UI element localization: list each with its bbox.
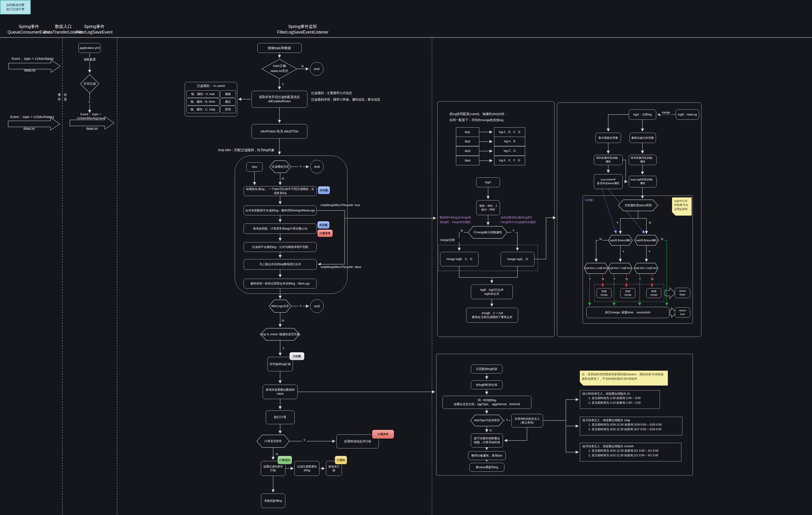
have-missing-node: 现有：fild1、2 缺少：fild3: [476, 200, 500, 215]
connector-layer: [0, 0, 812, 515]
has-latest-right-no-label: N: [660, 237, 664, 241]
only-merge-no-label: N: [460, 229, 464, 233]
end-node: end: [310, 62, 323, 76]
lane4-title: Spring事件监听: [284, 24, 321, 29]
unmatched-badge: 未匹配: [318, 186, 330, 194]
month-rounding-item2: 2. 若当前时间为 3/15 11:30 则查询 2/1 0:00 ~ 3/1 …: [582, 453, 679, 458]
topic-ok-decision-line2: dataList非空: [263, 68, 296, 73]
merge-group-title-line2: 在同一配置下，寻找待merge的其他log: [450, 118, 533, 122]
proto-to-dto-node: tskvProtos 转为 tskvDTOs: [252, 124, 308, 139]
hour-rounding-box: 按小时四舍五入，假设聚合间隔为 1h 1. 若当前时间为 2:30 则查询 2:…: [580, 390, 660, 409]
same-time-line1: 同一时间的log: [477, 398, 496, 402]
field-cell: fild3: [456, 146, 479, 156]
field-cell: fild4: [456, 156, 479, 165]
return-false-node: return false: [675, 288, 690, 298]
db-merge-note-line1: 数据库中的log去merge其: [440, 216, 477, 220]
between-note-line1: 注：底层按时间范围查询使用的是between，因此结束: [582, 373, 651, 376]
event-latest-label: Event： topic = v1/tskv/latest: [2, 56, 63, 61]
get-enabled-rules-node: 获取所有开启过滤的配置信息 allEnabledRules: [252, 91, 308, 108]
time-eq-yes-label: Y: [612, 277, 616, 281]
mark-complete-node: 对完备的log打标: [267, 357, 293, 371]
topic-ok-decision-line1: topic正确: [263, 63, 296, 68]
rule-cache-row-key: 物、属性：C, 1day: [186, 106, 220, 113]
time-eq-decision: logA.time = logB.time: [608, 266, 633, 270]
merge-group-title-line1: 把log按照配置(ruleId)、物属性(fild)分组；: [450, 112, 533, 116]
month-rounding-title: 按月四舍五入，假设聚合间隔为 1month: [582, 444, 679, 449]
field-logs-cell: log C、D: [494, 146, 525, 156]
event-history-payload: dataList: [10, 126, 48, 131]
group-by-time-node: 按log的时间分组: [471, 381, 502, 389]
same-time-line2: 按聚合信息分组：aggType、 aggInterval、timeUnit: [454, 402, 520, 406]
calc-error-yes-label: Y: [302, 438, 307, 442]
diagram-canvas: 实时数据消费 执行过滤引擎 Spring事件 QueueConsumerEven…: [0, 0, 812, 515]
batch-merge-note-line2: merge时只merge缺失的属性: [501, 220, 543, 224]
attrs-from-vars-node: 得到变量对应的物、属性: [629, 155, 657, 165]
execute-calc-node: 执行计算: [266, 411, 295, 424]
a-has-latest-decision: logA存在latest属性: [608, 238, 633, 242]
set-null-line1: 令logB、C = null: [481, 311, 503, 315]
title-badge-line1: 实时数据消费: [6, 3, 25, 7]
merge-process-label: merge过程: [439, 238, 460, 242]
filter-invalid-node: 过滤掉不合规的log：公式与规则详情不匹配: [243, 242, 317, 252]
event-history-label: Event： topic = v1/tskv/history: [2, 115, 62, 119]
calc-start-time-node: 基于结束时间和聚合 间隔，计算开始时间: [471, 433, 503, 448]
merge-bcd-node: merge logB、C、D: [440, 252, 478, 266]
filterlogs-empty-no-label: N: [281, 319, 285, 323]
calc-error-no-label: N: [275, 452, 279, 456]
rule-cache-row-value: 区间: [220, 106, 236, 113]
rule-cache-row-key: 物、属性：B, 5min: [186, 98, 220, 105]
merged-state-node: logB、logC已合并 logD未合并: [471, 284, 513, 299]
merge-cd-node: merge logC、D: [501, 252, 534, 266]
a-has-latest-decision: logA存在latest属性: [634, 238, 659, 242]
batch-merge-note-line1: 当前批数据生成的log进行: [501, 216, 543, 220]
end-node: end: [310, 160, 324, 174]
loga-node: logA: [476, 177, 500, 187]
field-logs-cell: log A、B、C、D: [494, 127, 525, 137]
lane3-subtitle: FilterLogSaveEvent: [71, 30, 118, 35]
filterlogs-empty-decision: filterLogs为空: [269, 304, 291, 308]
field-logs-cell: log A、B: [494, 137, 525, 146]
merged-line1: logB、logC已合并: [480, 288, 504, 292]
set-null-line2: 避免在当前过滤规则下重复合并: [472, 315, 513, 319]
event-latest-payload: dataList: [11, 68, 49, 73]
generate-log-node: 按规则生成log， 一个tskv可以命中不同过滤规则，生成多条log: [243, 186, 317, 196]
return-true-node: return true: [675, 307, 690, 317]
merge-edge-label: merge: [660, 110, 672, 115]
sourceinfo-line1: sourceInfo中: [601, 178, 616, 182]
rule-empty-decision: 过滤规则为空: [269, 164, 291, 169]
calc-error-badge: 计算异常: [317, 230, 333, 237]
has-latest-left-no-label: N: [599, 237, 603, 241]
title-badge: 实时数据消费 执行过滤引擎: [0, 0, 31, 14]
sort-query-tskv-node: 整理出物属性，查询tskv: [468, 451, 506, 460]
day-rounding-box: 按天四舍五入，假设聚合间隔为 1day 1. 若当前时间为 3/28 12:30…: [580, 417, 682, 435]
rule-cache-row-value: 最新: [220, 90, 236, 98]
only-merge-yes-label: Y: [511, 229, 516, 233]
read-config-label: 读取配置: [80, 58, 99, 62]
set-agg-value-node: 查询并设置聚合数据的value: [263, 385, 298, 399]
filterlogs-empty-yes-label: Y: [298, 304, 303, 308]
merged-line2: logD未合并: [484, 292, 499, 296]
notified-badge: 已通知: [335, 456, 347, 464]
loop-label: Loop: [585, 198, 599, 202]
lane4-subtitle: FilterLogSaveEventListener: [276, 30, 329, 35]
reject-merge-node: 拒绝merge: [620, 288, 635, 298]
datatype-decision: dataType为区间类型: [470, 418, 503, 423]
is-latest-yes-label: Y: [615, 221, 619, 225]
logb-new-node: logB：newLog: [676, 110, 699, 120]
rule-cache-row-value: 最近: [220, 98, 236, 105]
db-merge-note-line2: 他log时，merge全部属性: [440, 220, 477, 224]
exec-merge-node: 执行merge: 刷新time、sourceInfo: [586, 307, 669, 318]
have-line: 现有：fild1、2: [479, 204, 497, 208]
event-filter-save-payload: dataList: [77, 126, 107, 131]
calc-start-line2: 间隔，计算开始时间: [474, 441, 500, 445]
get-enabled-rules-line1: 获取所有开启过滤的配置信息: [259, 95, 300, 99]
loop-tskv-label: loop tskv：匹配过滤规则，转为log对象: [218, 148, 316, 152]
matched-list-node: 已匹配的log列表: [471, 365, 502, 373]
sourceinfo-latest-node: sourceInfo中 是否存在latest属性: [594, 174, 623, 189]
time-ge-decision: logA.time ≥ logB.time: [633, 266, 659, 270]
between-note: 注：底层按时间范围查询使用的是between，因此结束 时间就直接取临界值了，不…: [580, 371, 668, 386]
parse-vars-node: 解析出缺少的变量: [630, 133, 656, 143]
time-le-yes-label: Y: [588, 277, 592, 281]
tskv-node: tskv: [246, 162, 263, 172]
datatype-no-label: N: [489, 428, 493, 432]
